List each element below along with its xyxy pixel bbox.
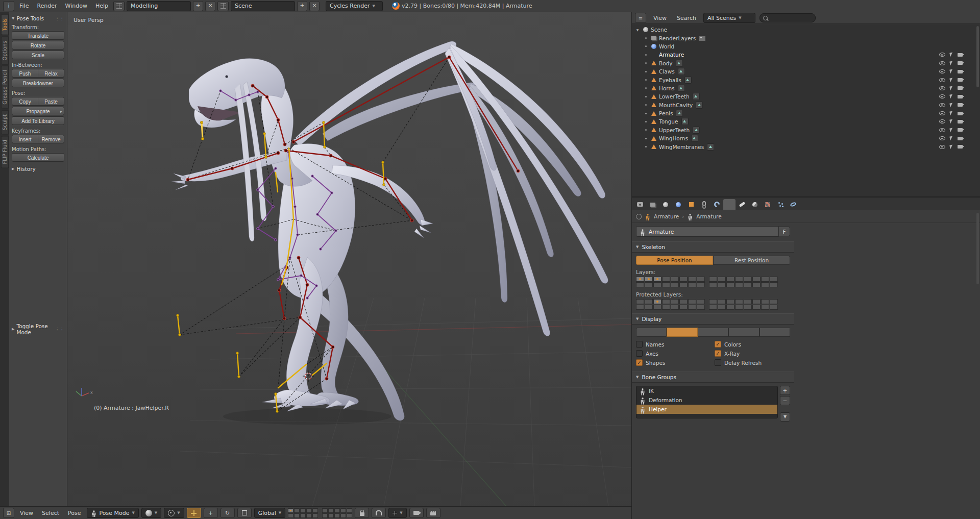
checkbox[interactable]	[715, 350, 721, 357]
render-toggle-icon[interactable]	[958, 70, 963, 73]
outliner-item-label[interactable]: Eyeballs	[659, 77, 681, 83]
layer-toggle[interactable]	[662, 282, 670, 287]
layer-toggle[interactable]	[688, 305, 696, 310]
outliner-row[interactable]: Scene	[632, 26, 980, 34]
add-screen-layout-button[interactable]: +	[193, 1, 203, 11]
display-mode-button[interactable]	[760, 328, 790, 337]
properties-tab[interactable]	[762, 199, 774, 210]
hide-toggle-icon[interactable]	[939, 111, 945, 115]
layer-toggle[interactable]	[726, 299, 734, 304]
layer-toggle[interactable]	[653, 299, 662, 304]
layer-toggle[interactable]	[679, 282, 688, 287]
display-mode-button[interactable]	[728, 328, 759, 337]
layer-toggle[interactable]	[653, 277, 662, 282]
properties-tab[interactable]	[710, 199, 723, 210]
translate-manipulator-button[interactable]: +	[204, 508, 218, 518]
snap-toggle-button[interactable]	[372, 508, 386, 518]
close-scene-button[interactable]: ×	[309, 1, 320, 11]
translate-button[interactable]: Translate	[12, 31, 64, 40]
outliner-search-input[interactable]	[760, 13, 816, 22]
outliner-row[interactable]: WingHorns	[632, 134, 980, 142]
outliner-row[interactable]: MouthCavity	[632, 101, 980, 109]
expander-icon[interactable]	[643, 96, 648, 97]
toggle-pose-mode-panel-header[interactable]: ▶ Toggle Pose Mode ⋮⋮	[12, 323, 64, 335]
layer-toggle[interactable]	[752, 282, 761, 287]
layer-toggle[interactable]	[770, 305, 778, 310]
bone-group-item[interactable]: Deformation	[636, 396, 777, 405]
outliner-item-label[interactable]: Armature	[659, 52, 684, 58]
layer-toggle[interactable]	[294, 513, 300, 518]
layer-toggle[interactable]	[334, 508, 340, 513]
layer-toggle[interactable]	[697, 282, 705, 287]
lock-to-scene-button[interactable]	[355, 508, 369, 518]
manipulator-toggle-button[interactable]	[187, 508, 201, 518]
properties-tab[interactable]	[647, 199, 659, 210]
layer-toggle[interactable]	[679, 299, 688, 304]
hide-toggle-icon[interactable]	[939, 145, 945, 149]
properties-tab[interactable]	[685, 199, 697, 210]
layer-toggle[interactable]	[688, 299, 696, 304]
layer-toggle[interactable]	[288, 508, 293, 513]
pose-tools-panel-header[interactable]: ▼ Pose Tools ⋮⋮	[12, 15, 64, 21]
outliner-menu-search[interactable]: Search	[674, 15, 699, 21]
outliner-row[interactable]: Armature	[632, 51, 980, 59]
outliner-row[interactable]: RenderLayers	[632, 34, 980, 42]
toolshelf-tab-options[interactable]: Options	[1, 37, 9, 65]
expander-icon[interactable]	[643, 129, 648, 131]
layer-toggle[interactable]	[718, 305, 726, 310]
display-panel-header[interactable]: ▼ Display	[632, 313, 794, 325]
bone-groups-panel-header[interactable]: ▼ Bone Groups	[632, 372, 794, 383]
outliner-item-label[interactable]: Tongue	[659, 118, 678, 125]
menu-pose[interactable]: Pose	[65, 510, 84, 516]
display-option[interactable]: Colors	[715, 341, 790, 348]
render-toggle-icon[interactable]	[958, 112, 963, 115]
bone-group-item[interactable]: Helper	[636, 405, 777, 414]
layer-toggle[interactable]	[735, 299, 743, 304]
outliner-item-label[interactable]: WingMembranes	[659, 144, 704, 150]
layer-toggle[interactable]	[679, 305, 688, 310]
layer-toggle[interactable]	[735, 305, 743, 310]
checkbox[interactable]	[636, 359, 643, 366]
display-mode-button[interactable]	[667, 328, 697, 337]
viewport-3d[interactable]: x User Persp (0) Armature : JawHelper.R	[67, 12, 631, 506]
menu-view[interactable]: View	[17, 510, 36, 516]
outliner-row[interactable]: Tongue	[632, 117, 980, 126]
menu-select[interactable]: Select	[39, 510, 62, 516]
render-toggle-icon[interactable]	[958, 137, 963, 140]
scene-selector[interactable]: Scene	[231, 1, 295, 11]
screen-layout-selector[interactable]: Modelling	[127, 1, 191, 11]
layer-toggle[interactable]	[761, 277, 769, 282]
layer-toggle[interactable]	[312, 513, 318, 518]
expander-icon[interactable]	[643, 71, 648, 72]
outliner-editor-type-icon[interactable]: ≡	[635, 13, 646, 23]
layer-toggle[interactable]	[735, 282, 743, 287]
hide-toggle-icon[interactable]	[939, 86, 945, 90]
toolshelf-tab-flip-fluid[interactable]: FLIP Fluid	[1, 136, 9, 168]
layer-toggle[interactable]	[347, 513, 352, 518]
properties-tab[interactable]	[723, 199, 736, 210]
outliner-item-label[interactable]: Horns	[659, 85, 675, 91]
expander-icon[interactable]	[643, 121, 648, 122]
expander-icon[interactable]	[643, 87, 648, 89]
expander-icon[interactable]	[643, 146, 648, 147]
layer-toggle[interactable]	[340, 513, 346, 518]
properties-tab[interactable]	[698, 199, 710, 210]
render-toggle-icon[interactable]	[958, 128, 963, 132]
layer-toggle[interactable]	[752, 305, 761, 310]
armature-name-input[interactable]: Armature	[636, 226, 779, 237]
checkbox[interactable]	[636, 350, 643, 357]
render-toggle-icon[interactable]	[958, 145, 963, 149]
fake-user-button[interactable]: F	[779, 227, 790, 236]
layer-toggle[interactable]	[709, 299, 717, 304]
copy-pose-button[interactable]: Copy	[12, 97, 38, 106]
display-mode-button[interactable]	[636, 328, 667, 337]
hide-toggle-icon[interactable]	[939, 128, 945, 132]
selectable-toggle-icon[interactable]	[949, 144, 953, 149]
outliner-scrollbar[interactable]	[976, 26, 979, 87]
properties-tab[interactable]	[774, 199, 787, 210]
selectable-toggle-icon[interactable]	[949, 78, 953, 82]
transform-orientation-selector[interactable]: Global ▼	[254, 508, 285, 518]
selectable-toggle-icon[interactable]	[949, 103, 953, 107]
breakdowner-button[interactable]: Breakdowner	[12, 79, 64, 87]
hide-toggle-icon[interactable]	[939, 53, 945, 57]
